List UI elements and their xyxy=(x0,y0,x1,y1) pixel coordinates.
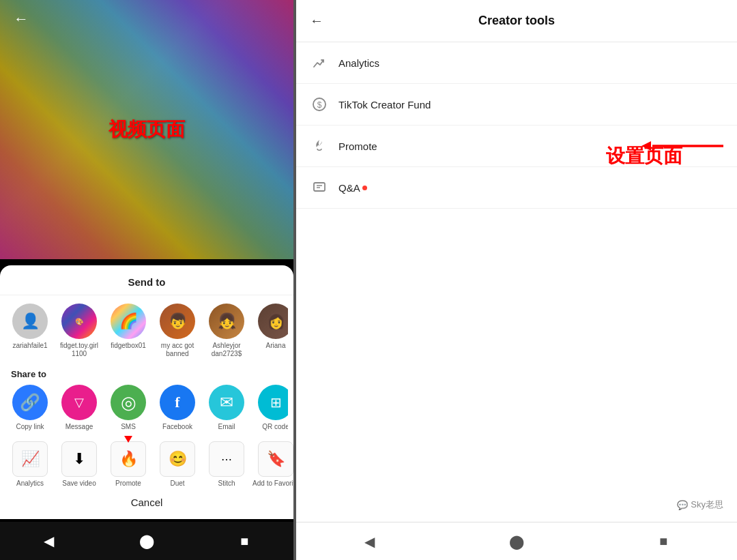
share-item-label: Copy link xyxy=(16,423,44,430)
action-label: Stitch xyxy=(218,480,235,487)
share-item-email[interactable]: ✉ Email xyxy=(202,385,251,430)
square-nav-button-right[interactable]: ■ xyxy=(650,528,677,555)
share-item-label: QR code xyxy=(262,423,288,430)
action-analytics[interactable]: 📈 Analytics xyxy=(5,441,55,487)
contact-item[interactable]: 👩 Ariana xyxy=(251,304,288,358)
action-label: Analytics xyxy=(16,480,44,487)
menu-item-promote[interactable]: Promote xyxy=(296,126,737,167)
contact-name: zariahfaile1 xyxy=(12,342,47,350)
share-item-sms[interactable]: ◎ SMS xyxy=(104,385,153,430)
email-icon: ✉ xyxy=(209,385,244,420)
promote-menu-icon xyxy=(310,136,329,156)
menu-item-qa[interactable]: Q&A xyxy=(296,167,737,209)
send-to-section: 👤 zariahfaile1 🎨 fidget.toy.girl 1100 🌈 … xyxy=(0,295,293,364)
share-item-label: SMS xyxy=(121,423,136,430)
copy-link-icon: 🔗 xyxy=(12,385,48,420)
svg-rect-6 xyxy=(314,183,325,191)
square-nav-button-left[interactable]: ■ xyxy=(231,527,258,555)
contact-avatar: 👧 xyxy=(209,304,244,339)
share-apps-row: 🔗 Copy link ▽ Message ◎ SMS f Facebook ✉ xyxy=(5,385,288,430)
watermark: 💬 Sky老思 xyxy=(677,499,723,511)
sheet-title: Send to xyxy=(0,265,293,295)
contact-name: fidgetbox01 xyxy=(111,342,146,350)
share-bottom-sheet: Send to 👤 zariahfaile1 🎨 fidget.toy.girl… xyxy=(0,265,293,519)
analytics-menu-icon xyxy=(310,53,329,72)
duet-icon: 😊 xyxy=(160,441,195,477)
contact-name: fidget.toy.girl 1100 xyxy=(56,342,102,358)
contact-avatar: 🌈 xyxy=(111,304,146,339)
action-stitch[interactable]: ⋯ Stitch xyxy=(202,441,251,487)
promote-red-arrow xyxy=(641,138,723,153)
svg-marker-5 xyxy=(641,141,651,151)
share-item-facebook[interactable]: f Facebook xyxy=(153,385,202,430)
qa-notification-badge xyxy=(362,186,367,190)
share-to-label: Share to xyxy=(5,369,288,385)
action-duet[interactable]: 😊 Duet xyxy=(153,441,202,487)
red-right-arrow xyxy=(641,138,723,153)
facebook-icon: f xyxy=(160,385,195,420)
menu-item-label: Promote xyxy=(338,141,377,152)
action-promote[interactable]: 🔥 Promote xyxy=(104,441,153,487)
back-nav-button-right[interactable]: ◀ xyxy=(356,528,384,555)
qa-menu-icon xyxy=(310,178,329,197)
contact-item[interactable]: 🌈 fidgetbox01 xyxy=(104,304,153,358)
contact-item[interactable]: 🎨 fidget.toy.girl 1100 xyxy=(55,304,104,358)
menu-item-label: Analytics xyxy=(338,57,379,69)
qr-code-icon: ⊞ xyxy=(258,385,288,420)
share-item-message[interactable]: ▽ Message xyxy=(55,385,104,430)
menu-item-label: Q&A xyxy=(338,182,360,194)
left-header: ← xyxy=(14,10,29,28)
share-item-label: Facebook xyxy=(162,423,192,430)
left-panel: ← 视频页面 Send to 👤 zariahfaile1 🎨 fidget.t… xyxy=(0,0,293,560)
video-area: ← 视频页面 xyxy=(0,0,293,259)
analytics-icon: 📈 xyxy=(12,441,48,477)
contact-avatar: 👤 xyxy=(12,304,48,339)
back-icon-right[interactable]: ← xyxy=(310,13,323,29)
menu-item-creator-fund[interactable]: $ TikTok Creator Fund xyxy=(296,84,737,126)
contact-item[interactable]: 👤 zariahfaile1 xyxy=(5,304,55,358)
action-label: Duet xyxy=(170,480,184,487)
home-nav-button-left[interactable]: ⬤ xyxy=(133,527,160,555)
action-label: Add to Favorite xyxy=(252,480,293,487)
menu-item-analytics[interactable]: Analytics xyxy=(296,42,737,84)
back-nav-button-left[interactable]: ◀ xyxy=(35,527,63,555)
watermark-text: Sky老思 xyxy=(691,499,723,511)
add-favorite-icon: 🔖 xyxy=(258,441,293,477)
svg-marker-1 xyxy=(122,436,134,443)
video-page-label: 视频页面 xyxy=(109,117,185,143)
page-title: Creator tools xyxy=(332,14,702,28)
watermark-icon: 💬 xyxy=(677,500,688,510)
stitch-icon: ⋯ xyxy=(209,441,244,477)
message-icon: ▽ xyxy=(61,385,97,420)
right-header: ← Creator tools xyxy=(296,0,737,42)
contact-name: Ariana xyxy=(266,342,286,350)
contact-avatar: 👦 xyxy=(160,304,195,339)
contact-avatar: 🎨 xyxy=(61,304,97,339)
save-video-icon: ⬇ xyxy=(61,441,97,477)
promote-icon: 🔥 xyxy=(111,441,146,477)
creator-tools-menu: Analytics $ TikTok Creator Fund Promote xyxy=(296,42,737,560)
bottom-nav-left: ◀ ⬤ ■ xyxy=(0,522,293,560)
share-item-label: Email xyxy=(218,423,235,430)
share-to-section: Share to 🔗 Copy link ▽ Message ◎ SMS f F… xyxy=(0,364,293,436)
contact-item[interactable]: 👦 my acc got banned xyxy=(153,304,202,358)
action-label: Promote xyxy=(115,480,141,487)
action-add-favorite[interactable]: 🔖 Add to Favorite xyxy=(251,441,293,487)
red-down-arrow xyxy=(121,436,136,443)
contact-name: Ashleyjor dan2723$ xyxy=(203,342,250,358)
menu-item-label: TikTok Creator Fund xyxy=(338,99,431,110)
bottom-nav-right: ◀ ⬤ ■ xyxy=(296,522,737,560)
cancel-button[interactable]: Cancel xyxy=(0,490,293,512)
share-item-copylink[interactable]: 🔗 Copy link xyxy=(5,385,55,430)
share-item-qrcode[interactable]: ⊞ QR code xyxy=(251,385,288,430)
back-icon-left[interactable]: ← xyxy=(14,10,29,27)
share-item-label: Message xyxy=(66,423,93,430)
creator-fund-icon: $ xyxy=(310,95,329,114)
action-save-video[interactable]: ⬇ Save video xyxy=(55,441,104,487)
contact-name: my acc got banned xyxy=(154,342,201,358)
home-nav-button-right[interactable]: ⬤ xyxy=(503,528,530,555)
contact-item[interactable]: 👧 Ashleyjor dan2723$ xyxy=(202,304,251,358)
svg-text:$: $ xyxy=(317,100,322,110)
actions-row: 📈 Analytics ⬇ Save video 🔥 Promote 😊 Due… xyxy=(0,436,293,490)
contacts-row: 👤 zariahfaile1 🎨 fidget.toy.girl 1100 🌈 … xyxy=(5,304,288,358)
